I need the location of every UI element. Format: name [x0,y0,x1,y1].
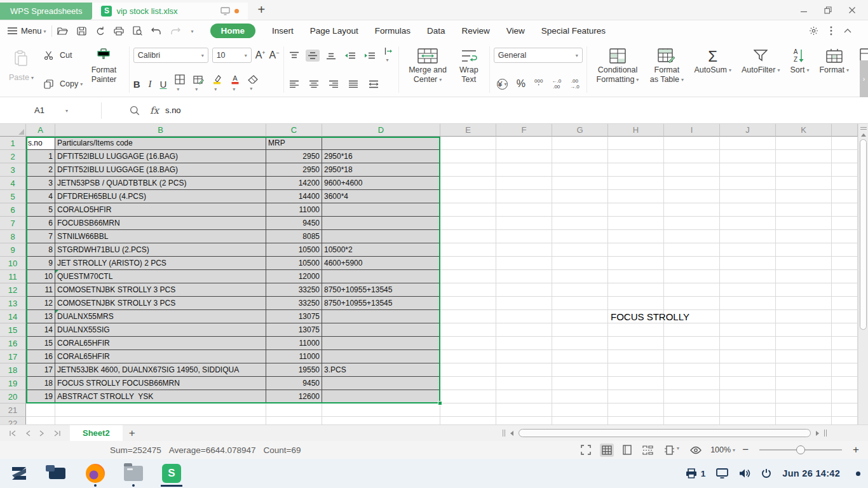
cell-H9[interactable] [608,243,664,257]
cell-C6[interactable]: 11000 [266,203,322,217]
cell-A2[interactable]: 1 [26,150,55,163]
cell-C5[interactable]: 14400 [266,190,322,203]
cut-button[interactable]: Cut [44,47,83,64]
zoom-level[interactable]: 100% [710,445,735,454]
cell-B9[interactable]: STGRDWH71BLU (2.PCS) [55,243,266,257]
cell-K11[interactable] [776,270,832,283]
cell-E10[interactable] [440,257,496,270]
cell-K13[interactable] [776,297,832,310]
cell-I2[interactable] [664,150,720,163]
cell-H15[interactable] [608,323,664,337]
cell-K6[interactable] [776,203,832,217]
reading-view-icon[interactable] [688,444,703,456]
cell-I7[interactable] [664,217,720,230]
cell-A14[interactable]: 13 [26,310,55,323]
cell-K3[interactable] [776,163,832,177]
cell-K22[interactable] [776,417,832,424]
cell-E2[interactable] [440,150,496,163]
cell-G9[interactable] [552,243,608,257]
cell-D20[interactable] [322,390,440,403]
zoom-out-button[interactable]: − [742,444,749,456]
row-header-19[interactable]: 19 [0,377,26,390]
cell-K21[interactable] [776,403,832,417]
cell-x15[interactable] [832,323,858,337]
cell-I1[interactable] [664,137,720,150]
cell-B13[interactable]: COMOSETNJBK STROLLY 3 PCS [55,297,266,310]
cell-K12[interactable] [776,283,832,297]
cell-J18[interactable] [720,363,776,377]
next-sheet-icon[interactable] [39,430,44,437]
cell-x16[interactable] [832,337,858,350]
settings-gear-icon[interactable] [809,26,818,36]
cell-D13[interactable]: 8750+10955+13545 [322,297,440,310]
cell-K9[interactable] [776,243,832,257]
page-break-view-icon[interactable] [641,444,655,457]
cell-G4[interactable] [552,177,608,190]
cell-H17[interactable] [608,350,664,363]
cell-I13[interactable] [664,297,720,310]
fill-handle[interactable] [438,401,442,405]
cell-B3[interactable]: DFTIT52IBLU LUGGAGE (18.BAG) [55,163,266,177]
new-tab-button[interactable]: + [258,3,266,17]
cell-F8[interactable] [496,230,552,243]
cell-H1[interactable] [608,137,664,150]
cell-F10[interactable] [496,257,552,270]
cell-J6[interactable] [720,203,776,217]
cell-E21[interactable] [440,403,496,417]
cell-A6[interactable]: 5 [26,203,55,217]
cell-I16[interactable] [664,337,720,350]
cell-I11[interactable] [664,270,720,283]
window-switcher-icon[interactable] [46,460,69,487]
cell-H11[interactable] [608,270,664,283]
cell-D4[interactable]: 9600+4600 [322,177,440,190]
column-header-B[interactable]: B [55,124,266,137]
cell-shading-icon[interactable] [193,75,204,93]
cell-x19[interactable] [832,377,858,390]
cell-A13[interactable]: 12 [26,297,55,310]
fullscreen-icon[interactable] [579,443,593,457]
cell-I15[interactable] [664,323,720,337]
row-header-4[interactable]: 4 [0,177,26,190]
cell-G10[interactable] [552,257,608,270]
first-sheet-icon[interactable] [9,430,17,437]
row-header-11[interactable]: 11 [0,270,26,283]
cell-x9[interactable] [832,243,858,257]
firefox-icon[interactable] [84,460,107,487]
cell-D8[interactable] [322,230,440,243]
number-format-select[interactable]: General [494,48,583,63]
cell-K7[interactable] [776,217,832,230]
cell-B18[interactable]: JETN53JBK 4600, DUALNX67SIG 14950, SIDDI… [55,363,266,377]
row-header-12[interactable]: 12 [0,283,26,297]
copy-button[interactable]: Copy [44,76,83,92]
cell-x21[interactable] [832,403,858,417]
row-header-7[interactable]: 7 [0,217,26,230]
cell-D2[interactable]: 2950*16 [322,150,440,163]
cell-G2[interactable] [552,150,608,163]
cell-D15[interactable] [322,323,440,337]
highlight-color-icon[interactable] [212,74,222,93]
cell-I18[interactable] [664,363,720,377]
bold-button[interactable]: B [133,79,140,90]
cell-J14[interactable] [720,310,776,323]
cell-D9[interactable]: 10500*2 [322,243,440,257]
column-header-F[interactable]: F [496,124,552,137]
cell-J7[interactable] [720,217,776,230]
cell-D18[interactable]: 3.PCS [322,363,440,377]
cell-I12[interactable] [664,283,720,297]
cell-H22[interactable] [608,417,664,424]
normal-view-icon[interactable] [600,444,614,457]
cell-F15[interactable] [496,323,552,337]
cell-A22[interactable] [26,417,55,424]
cell-C15[interactable]: 13075 [266,323,322,337]
cell-G5[interactable] [552,190,608,203]
cell-F4[interactable] [496,177,552,190]
tab-special-features[interactable]: Special Features [541,26,606,36]
cell-C12[interactable]: 33250 [266,283,322,297]
formula-content[interactable]: s.no [165,105,181,115]
cell-x6[interactable] [832,203,858,217]
column-header-partial[interactable] [832,124,858,137]
cell-F13[interactable] [496,297,552,310]
cell-A1[interactable]: s.no [26,137,55,150]
cell-J17[interactable] [720,350,776,363]
open-folder-icon[interactable] [57,27,68,36]
